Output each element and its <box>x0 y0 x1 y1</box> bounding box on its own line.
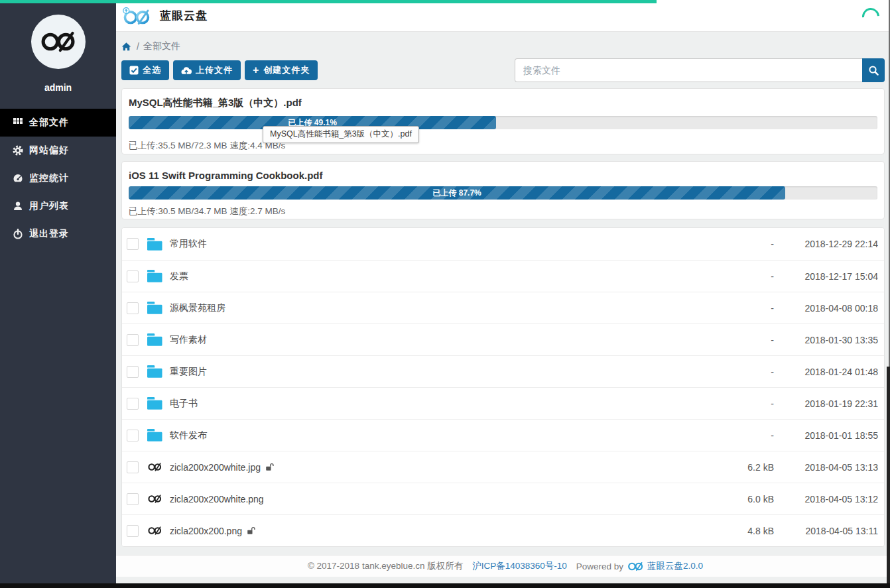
file-name[interactable]: 源枫景苑租房 <box>170 302 225 314</box>
file-row[interactable]: 源枫景苑租房-2018-04-08 00:18 <box>122 292 884 323</box>
folder-icon <box>147 270 163 282</box>
file-row[interactable]: 电子书-2018-01-19 22:31 <box>122 387 884 419</box>
scrollbar-thumb[interactable] <box>887 367 890 588</box>
file-size: 6.0 kB <box>708 494 774 504</box>
file-size: - <box>708 335 774 345</box>
zicla-logo-icon <box>40 30 77 53</box>
image-file-icon <box>147 526 163 535</box>
content: / 全部文件 全选 上传文件 + 创建文件夹 <box>116 32 890 547</box>
file-size: - <box>708 398 774 409</box>
file-name[interactable]: 写作素材 <box>170 334 207 346</box>
sidebar-item-label: 全部文件 <box>29 117 69 129</box>
search-button[interactable] <box>862 58 885 82</box>
gauge-icon <box>13 173 23 184</box>
sidebar-item-logout[interactable]: 退出登录 <box>0 220 116 248</box>
folder-icon <box>147 397 163 410</box>
sidebar: admin 全部文件 网站偏好 <box>0 0 116 588</box>
sidebar-item-all-files[interactable]: 全部文件 <box>0 109 116 137</box>
file-size: 4.8 kB <box>708 526 774 536</box>
file-name[interactable]: zicla200x200white.jpg <box>170 462 261 473</box>
powered-by-text: Powered by <box>576 561 623 571</box>
file-name[interactable]: zicla200x200.png <box>170 526 242 536</box>
progress-track: 已上传 49.1% <box>129 116 877 129</box>
search-input[interactable] <box>515 58 862 82</box>
version-link[interactable]: 蓝眼云盘2.0.0 <box>647 560 703 572</box>
file-row[interactable]: zicla200x200white.jpg6.2 kB2018-04-05 13… <box>122 451 884 483</box>
sidebar-item-label: 监控统计 <box>29 172 69 184</box>
toolbar: 全选 上传文件 + 创建文件夹 <box>121 58 885 82</box>
folder-icon <box>147 429 163 441</box>
search-icon <box>868 65 879 76</box>
file-row[interactable]: 常用软件-2018-12-29 22:14 <box>122 228 884 260</box>
file-name[interactable]: 常用软件 <box>170 238 207 250</box>
footer: © 2017-2018 tank.eyeblue.cn 版权所有 沪ICP备14… <box>116 555 890 577</box>
upload-stats: 已上传:35.5 MB/72.3 MB 速度:4.4 MB/s <box>129 140 877 152</box>
breadcrumb-separator: / <box>137 41 139 52</box>
sidebar-item-label: 用户列表 <box>29 200 69 212</box>
file-row[interactable]: zicla200x200.png4.8 kB2018-04-05 13:11 <box>122 514 884 546</box>
plus-icon: + <box>253 65 259 76</box>
file-name[interactable]: 发票 <box>170 270 188 282</box>
breadcrumb: / 全部文件 <box>121 40 885 53</box>
username: admin <box>0 82 116 93</box>
file-name[interactable]: 软件发布 <box>170 430 207 441</box>
upload-file-name: MySQL高性能书籍_第3版（中文）.pdf <box>129 97 877 109</box>
image-file-icon <box>147 463 163 471</box>
upload-card: iOS 11 Swift Programming Cookbook.pdf 已上… <box>121 161 885 219</box>
header: 蓝眼云盘 <box>116 0 890 32</box>
row-checkbox[interactable] <box>127 238 139 250</box>
breadcrumb-current[interactable]: 全部文件 <box>143 40 180 52</box>
sidebar-item-label: 退出登录 <box>29 228 69 240</box>
file-date: 2018-01-01 18:55 <box>774 430 878 441</box>
upload-file-label: 上传文件 <box>196 64 233 76</box>
home-icon[interactable] <box>121 42 131 52</box>
row-checkbox[interactable] <box>127 493 139 505</box>
file-name[interactable]: 重要图片 <box>170 366 207 378</box>
folder-icon <box>147 238 163 251</box>
gear-icon <box>13 145 23 156</box>
file-name[interactable]: zicla200x200white.png <box>170 494 264 504</box>
sidebar-item-preferences[interactable]: 网站偏好 <box>0 137 116 164</box>
bottom-edge <box>0 583 890 588</box>
sidebar-nav: 全部文件 网站偏好 监控统计 <box>0 109 116 248</box>
file-row[interactable]: 软件发布-2018-01-01 18:55 <box>122 419 884 451</box>
sidebar-item-users[interactable]: 用户列表 <box>0 192 116 220</box>
file-row[interactable]: 发票-2018-12-17 15:04 <box>122 260 884 292</box>
avatar[interactable] <box>31 15 86 69</box>
file-date: 2018-01-19 22:31 <box>774 398 878 409</box>
row-checkbox[interactable] <box>127 334 139 346</box>
row-checkbox[interactable] <box>127 366 139 378</box>
file-row[interactable]: 重要图片-2018-01-24 01:48 <box>122 355 884 387</box>
row-checkbox[interactable] <box>127 525 139 537</box>
power-icon <box>13 229 23 239</box>
file-size: - <box>708 303 774 314</box>
page-loading-bar <box>0 0 657 3</box>
upload-tooltip: MySQL高性能书籍_第3版（中文）.pdf <box>263 126 419 143</box>
folder-icon <box>147 365 163 378</box>
row-checkbox[interactable] <box>127 461 139 473</box>
icp-link[interactable]: 沪ICP备14038360号-10 <box>472 560 567 572</box>
search-group <box>515 58 885 82</box>
sidebar-item-label: 网站偏好 <box>29 145 69 156</box>
upload-file-name: iOS 11 Swift Programming Cookbook.pdf <box>129 170 877 181</box>
row-checkbox[interactable] <box>127 302 139 314</box>
row-checkbox[interactable] <box>127 398 139 410</box>
sidebar-item-monitoring[interactable]: 监控统计 <box>0 164 116 192</box>
file-name[interactable]: 电子书 <box>170 398 198 410</box>
check-square-icon <box>129 66 139 75</box>
image-file-icon <box>147 495 163 503</box>
upload-file-button[interactable]: 上传文件 <box>173 60 241 80</box>
create-folder-button[interactable]: + 创建文件夹 <box>245 60 318 80</box>
row-checkbox[interactable] <box>127 270 139 282</box>
row-checkbox[interactable] <box>127 430 139 441</box>
select-all-button[interactable]: 全选 <box>121 60 169 80</box>
file-date: 2018-04-05 13:12 <box>774 494 878 504</box>
file-row[interactable]: zicla200x200white.png6.0 kB2018-04-05 13… <box>122 483 884 514</box>
file-row[interactable]: 写作素材-2018-01-30 13:35 <box>122 323 884 355</box>
file-size: - <box>708 367 774 377</box>
file-date: 2018-12-29 22:14 <box>774 239 878 249</box>
cloud-upload-icon <box>181 66 192 75</box>
file-date: 2018-04-05 13:11 <box>774 526 878 536</box>
grid-icon <box>13 117 23 128</box>
upload-card: MySQL高性能书籍_第3版（中文）.pdf 已上传 49.1% 已上传:35.… <box>121 88 885 154</box>
